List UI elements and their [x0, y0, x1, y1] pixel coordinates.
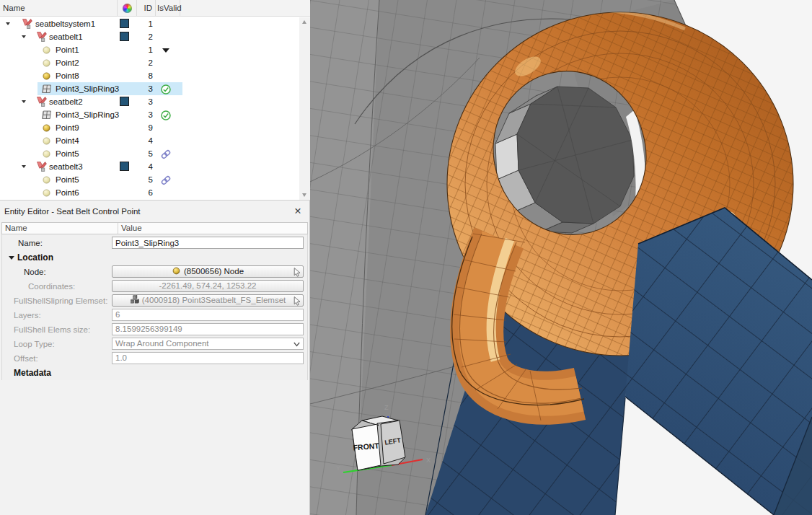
- node-label: Node:: [24, 268, 46, 276]
- tree-item-label: seatbelt2: [49, 97, 83, 106]
- tree-row[interactable]: Point9 9: [0, 121, 299, 134]
- model-browser-tree: Name ID IsValid seatbeltsystem1 1: [0, 0, 310, 201]
- scroll-down-icon[interactable]: [299, 190, 310, 200]
- point-gold-icon: [41, 71, 52, 82]
- offset-field[interactable]: 1.0: [112, 352, 304, 364]
- axis-y-label: Y: [336, 465, 340, 472]
- location-section-label: Location: [17, 252, 53, 263]
- tree-header: Name ID IsValid: [0, 0, 310, 17]
- elemset-cubes-icon: [130, 295, 139, 304]
- tree-row[interactable]: Point3_SlipRing3 3: [0, 108, 299, 121]
- node-collector[interactable]: (8500656) Node: [112, 265, 304, 278]
- editor-row-elemset: FullShellSlipring Elemset: (4000918) Poi…: [2, 294, 307, 308]
- name-input[interactable]: [112, 237, 304, 249]
- tree-scrollbar[interactable]: [299, 17, 310, 200]
- graphics-viewport[interactable]: Z Y X FRONT LEFT: [310, 0, 812, 515]
- tree-row[interactable]: Point8 8: [0, 69, 299, 82]
- tree-header-name[interactable]: Name: [0, 0, 118, 17]
- check-circle-icon: [160, 84, 172, 95]
- tree-item-id: 3: [133, 97, 153, 106]
- editor-row-elems-size: FullShell Elems size: 8.1599256399149: [2, 322, 307, 337]
- tree-row[interactable]: seatbeltsystem1 1: [0, 17, 299, 30]
- axis-z-label: Z: [384, 404, 389, 411]
- pick-cursor-icon[interactable]: [294, 296, 301, 306]
- elemset-collector[interactable]: (4000918) Point3Seatbelt_FS_Elemset: [112, 294, 304, 307]
- tree-row[interactable]: Point4 4: [0, 134, 299, 147]
- loop-type-dropdown[interactable]: Wrap Around Component: [112, 338, 304, 350]
- section-collapse-icon[interactable]: [9, 256, 14, 260]
- scroll-up-icon[interactable]: [299, 17, 310, 27]
- editor-row-offset: Offset: 1.0: [2, 351, 307, 366]
- tree-row[interactable]: Point6 6: [0, 186, 299, 199]
- tree-header-color[interactable]: [118, 0, 137, 17]
- point-icon: [41, 175, 52, 185]
- editor-row-node: Node: (8500656) Node: [2, 265, 307, 279]
- tree-item-label: Point9: [56, 123, 79, 132]
- editor-column-header: Name Value: [1, 222, 308, 234]
- elems-size-field[interactable]: 8.1599256399149: [112, 323, 304, 335]
- expander-icon[interactable]: [22, 35, 26, 38]
- slipring-icon: [41, 110, 52, 120]
- tree-item-label: seatbelt1: [49, 32, 83, 41]
- chevron-down-icon: [294, 342, 300, 347]
- expander-icon[interactable]: [6, 22, 10, 25]
- elemset-value: (4000918) Point3Seatbelt_FS_Elemset: [142, 295, 286, 306]
- tree-body: seatbeltsystem1 1 seatbelt1 2 Point1 1: [0, 17, 299, 199]
- color-swatch[interactable]: [120, 97, 129, 106]
- tree-header-isvalid[interactable]: IsValid: [156, 0, 180, 17]
- editor-row-name: Name:: [2, 236, 307, 250]
- tree-row[interactable]: seatbelt3 4: [0, 160, 299, 173]
- layers-field[interactable]: 6: [112, 309, 304, 321]
- triangle-down-icon[interactable]: [160, 45, 172, 56]
- seatbelt-icon: [36, 97, 47, 107]
- tree-item-label: seatbelt3: [49, 162, 83, 171]
- pick-cursor-icon[interactable]: [294, 268, 301, 277]
- point-icon: [41, 149, 52, 159]
- point-icon: [41, 136, 52, 146]
- layers-label: Layers:: [14, 311, 41, 320]
- coordinates-field[interactable]: -2261.49, 574.24, 1253.22: [112, 280, 304, 292]
- tree-row[interactable]: seatbelt2 3: [0, 95, 299, 108]
- entity-editor-title: Entity Editor - Seat Belt Control Point: [4, 207, 141, 216]
- view-cube[interactable]: FRONT LEFT: [352, 416, 405, 470]
- point-icon: [41, 188, 52, 198]
- tree-item-label: Point6: [56, 188, 79, 197]
- tree-row[interactable]: Point2 2: [0, 56, 299, 69]
- tree-item-id: 1: [133, 19, 153, 28]
- editor-row-layers: Layers: 6: [2, 308, 307, 322]
- tree-item-id: 6: [133, 188, 153, 197]
- seatbelt-icon: [36, 32, 47, 43]
- location-section[interactable]: Location: [2, 250, 307, 265]
- tree-item-id: 2: [133, 58, 153, 67]
- tree-item-label: Point5: [56, 149, 79, 158]
- left-panel: Name ID IsValid seatbeltsystem1 1: [0, 0, 310, 515]
- tree-row[interactable]: Point5 5: [0, 147, 299, 160]
- close-icon[interactable]: ✕: [292, 206, 304, 217]
- tree-item-id: 5: [133, 175, 153, 184]
- node-value: (8500656) Node: [184, 266, 244, 277]
- tree-item-label: Point5: [56, 175, 79, 184]
- color-swatch[interactable]: [120, 19, 129, 28]
- loop-type-value: Wrap Around Component: [115, 339, 209, 348]
- expander-icon[interactable]: [22, 100, 26, 103]
- tree-row[interactable]: Point5 5: [0, 173, 299, 186]
- tree-item-id: 1: [133, 45, 153, 54]
- tree-row-selected[interactable]: Point3_SlipRing3 3: [0, 82, 299, 95]
- tree-row[interactable]: seatbelt1 2: [0, 30, 299, 43]
- seatbelt-icon: [36, 162, 47, 172]
- tree-item-label: Point8: [56, 71, 79, 80]
- axis-x-label: X: [426, 457, 431, 464]
- tree-item-id: 4: [133, 162, 153, 171]
- tree-item-id: 5: [133, 149, 153, 158]
- color-swatch[interactable]: [120, 32, 129, 41]
- elems-size-label: FullShell Elems size:: [14, 325, 90, 334]
- color-swatch[interactable]: [120, 162, 129, 171]
- metadata-section[interactable]: Metadata: [2, 366, 307, 380]
- tree-item-label: Point3_SlipRing3: [56, 84, 119, 93]
- node-sphere-icon: [172, 266, 181, 276]
- tree-row[interactable]: Point1 1: [0, 43, 299, 56]
- expander-icon[interactable]: [22, 165, 26, 168]
- model-scene: Z Y X FRONT LEFT: [310, 0, 812, 515]
- tree-header-id[interactable]: ID: [137, 0, 156, 17]
- tree-item-id: 9: [133, 123, 153, 132]
